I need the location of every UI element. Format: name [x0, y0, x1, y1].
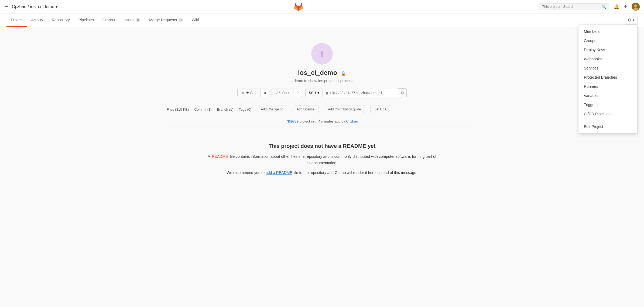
merge-requests-badge: 0 [178, 18, 183, 22]
fork-icon: ⑂ [276, 91, 278, 95]
add-readme-link[interactable]: add a README [266, 170, 292, 175]
tab-pipelines[interactable]: Pipelines [74, 13, 98, 27]
dropdown-cicd-pipelines[interactable]: CI/CD Pipelines [578, 109, 637, 118]
project-name: ios_ci_demo 🔒 [167, 69, 477, 76]
copy-button[interactable]: ⧉ [398, 88, 407, 97]
gear-icon: ⚙ [628, 18, 632, 23]
readme-p1-before: A [208, 154, 210, 159]
add-changelog-button[interactable]: Add Changelog [257, 106, 287, 113]
issues-badge: 0 [136, 18, 141, 22]
breadcrumb: Cj.zhao / ios_ci_demo ▾ [12, 4, 58, 9]
breadcrumb-project[interactable]: ios_ci_demo ▾ [30, 4, 58, 9]
hamburger-icon[interactable]: ☰ [4, 4, 9, 10]
avatar[interactable] [632, 3, 640, 11]
action-buttons: ☆ ★ Star 0 ⑂ ⑂ Fork 0 SSH ▾ ⧉ [167, 88, 477, 97]
star-button[interactable]: ☆ ★ Star [237, 89, 261, 97]
dropdown-variables[interactable]: Variables [578, 91, 637, 100]
subnav-right: ⚙ ▾ Members Members Groups Deploy Keys W… [625, 16, 638, 25]
commit-author[interactable]: Cj.zhao [346, 119, 358, 123]
dropdown-deploy-keys[interactable]: Deploy Keys [578, 45, 637, 54]
tab-merge-requests[interactable]: Merge Requests 0 [145, 13, 187, 27]
settings-button[interactable]: ⚙ ▾ [625, 16, 638, 25]
setup-ci-button[interactable]: Set Up CI [370, 106, 392, 113]
star-icon: ☆ [241, 91, 245, 95]
navbar-left: ☰ Cj.zhao / ios_ci_demo ▾ [4, 4, 58, 10]
svg-point-1 [634, 4, 637, 8]
plus-icon[interactable]: + [624, 3, 627, 10]
readme-paragraph-1: A README file contains information about… [206, 154, 438, 166]
search-icon: 🔍 [602, 5, 606, 9]
add-license-button[interactable]: Add License [293, 106, 318, 113]
add-contribution-button[interactable]: Add Contribution guide [324, 106, 365, 113]
ssh-arrow-icon: ▾ [317, 91, 319, 95]
project-avatar: I [311, 43, 333, 65]
tab-graphs[interactable]: Graphs [98, 13, 119, 27]
copy-icon: ⧉ [401, 90, 404, 95]
dropdown-triggers[interactable]: Triggers [578, 100, 637, 109]
dropdown-members[interactable]: Members Members [578, 27, 637, 36]
fork-group: ⑂ ⑂ Fork 0 [272, 89, 302, 97]
dropdown-groups[interactable]: Groups [578, 36, 637, 45]
branch-label: Branch (1) [217, 107, 234, 111]
readme-p1-after: file contains information about other fi… [230, 154, 436, 165]
dropdown-members-wrap: Members Members [578, 27, 637, 36]
dropdown-runners[interactable]: Runners [578, 82, 637, 91]
gitlab-logo[interactable] [294, 2, 303, 12]
dropdown-webhooks[interactable]: Webhooks [578, 54, 637, 64]
lock-icon: 🔒 [341, 71, 346, 76]
readme-paragraph-2: We recommend you to add a README file to… [206, 170, 438, 176]
main-content: I ios_ci_demo 🔒 a demo to show ios proje… [160, 27, 484, 190]
readme-section: This project does not have a README yet … [167, 132, 477, 190]
tab-activity[interactable]: Activity [27, 13, 47, 27]
settings-dropdown: Members Members Groups Deploy Keys Webho… [578, 25, 638, 134]
navbar: ☰ Cj.zhao / ios_ci_demo ▾ 🔍 🔔 + [0, 0, 644, 13]
dropdown-protected-branches[interactable]: Protected Branches [578, 73, 637, 82]
project-description: a demo to show ios project ci process [167, 79, 477, 83]
tags-label: Tags (0) [239, 107, 251, 111]
commit-message: project init · 4 minutes ago by [300, 119, 345, 123]
search-box[interactable]: 🔍 [539, 3, 609, 10]
breadcrumb-separator: / [28, 4, 30, 9]
file-info-bar: Files (310 KB) Commit (1) Branch (1) Tag… [167, 103, 477, 116]
star-group: ☆ ★ Star 0 [237, 89, 269, 97]
ssh-url-input[interactable] [323, 89, 398, 97]
tab-project[interactable]: Project [6, 13, 27, 27]
navbar-right: 🔍 🔔 + [539, 3, 640, 11]
navbar-center [58, 2, 539, 12]
ssh-button[interactable]: SSH ▾ [305, 89, 323, 97]
tab-repository[interactable]: Repository [47, 13, 74, 27]
star-count: 0 [261, 89, 269, 97]
notifications-icon[interactable]: 🔔 [614, 4, 619, 10]
breadcrumb-arrow: ▾ [56, 4, 58, 9]
tab-issues[interactable]: Issues 0 [119, 13, 145, 27]
commit-info: 7fff9739 project init · 4 minutes ago by… [167, 116, 477, 127]
dropdown-edit-project[interactable]: Edit Project [578, 122, 637, 131]
commit-hash[interactable]: 7fff9739 [286, 119, 299, 123]
dropdown-divider [578, 120, 637, 120]
commit-label: Commit (1) [194, 107, 211, 111]
breadcrumb-user[interactable]: Cj.zhao [12, 4, 26, 9]
project-header: I ios_ci_demo 🔒 a demo to show ios proje… [167, 35, 477, 132]
readme-title: This project does not have a README yet [167, 143, 477, 149]
subnav: Project Activity Repository Pipelines Gr… [0, 13, 644, 27]
subnav-tabs: Project Activity Repository Pipelines Gr… [6, 13, 625, 27]
fork-button[interactable]: ⑂ ⑂ Fork [272, 89, 293, 97]
settings-arrow: ▾ [633, 18, 635, 22]
search-input[interactable] [542, 5, 602, 9]
readme-badge: README [211, 154, 229, 159]
tab-wiki[interactable]: Wiki [187, 13, 203, 27]
fork-count: 0 [293, 89, 302, 97]
ssh-group: SSH ▾ ⧉ [305, 88, 407, 97]
dropdown-services[interactable]: Services [578, 64, 637, 73]
files-label: Files (310 KB) [167, 107, 189, 111]
